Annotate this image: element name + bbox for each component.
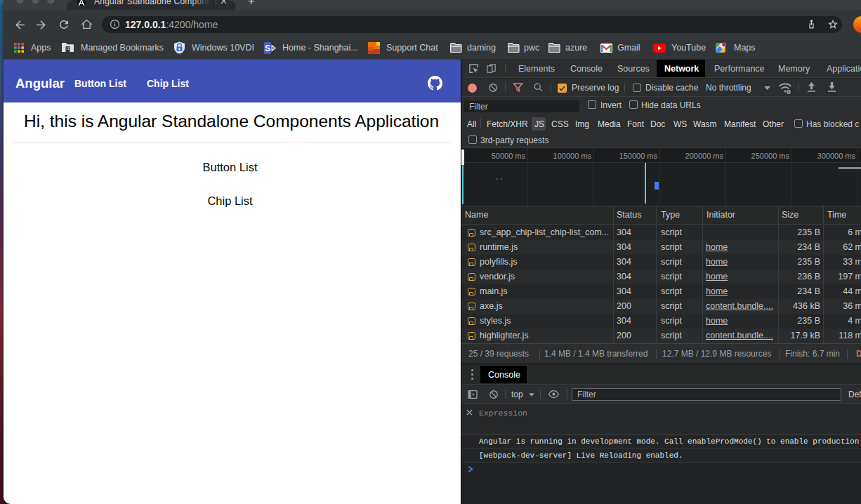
svg-text:S: S (265, 44, 270, 53)
